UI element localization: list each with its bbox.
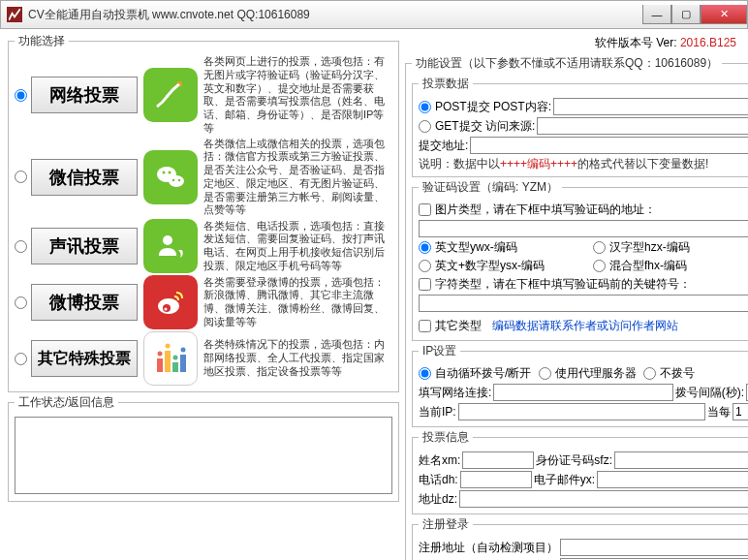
email-input[interactable] (597, 471, 748, 488)
vote-info-group: 投票信息 姓名xm:身份证号码sfz: 电话dh:电子邮件yx: 地址dz: (412, 429, 748, 514)
svg-point-4 (172, 179, 174, 181)
post-input[interactable] (553, 98, 748, 115)
svg-point-5 (178, 179, 180, 181)
svg-point-15 (166, 344, 171, 349)
captcha-legend: 验证码设置（编码: YZM） (419, 179, 562, 196)
web-vote-desc: 各类网页上进行的投票，选项包括：有无图片或字符验证码（验证码分汉字、英文和数字）… (203, 55, 392, 136)
settings-panel: 功能设置（以下参数不懂或不适用请联系QQ：10616089） 投票数据 POST… (405, 55, 748, 560)
radio-hzx[interactable] (593, 241, 606, 254)
weibo-vote-desc: 各类需要登录微博的投票，选项包括：新浪微博、腾讯微博、其它非主流微博、微博关注、… (203, 276, 392, 329)
reg-legend: 注册登录 (419, 516, 473, 533)
reg-group: 注册登录 注册地址（自动检测项目） 登录地址（自动检测项目） (412, 516, 748, 560)
conn-input[interactable] (493, 384, 672, 401)
data-note: 说明：数据中以++++编码++++的格式代替以下变量数据! (419, 156, 748, 172)
addr-label: 地址dz: (419, 491, 457, 508)
version-row: 软件版本号 Ver: 2016.B125 (405, 33, 736, 55)
every-input[interactable] (732, 403, 748, 420)
chk-char-captcha[interactable] (419, 278, 431, 291)
captcha-group: 验证码设置（编码: YZM） 图片类型，请在下框中填写验证码的地址： 英文型yw… (412, 179, 748, 341)
wechat-vote-desc: 各类微信上或微信相关的投票，选项包括：微信官方投票或第三方验证投票、是否关注公众… (203, 138, 392, 218)
vote-info-legend: 投票信息 (419, 429, 473, 446)
svg-rect-11 (165, 351, 171, 372)
radio-nodial[interactable] (643, 367, 656, 380)
get-input[interactable] (537, 117, 748, 135)
btn-weibo-vote[interactable]: 微博投票 (31, 284, 138, 321)
name-input[interactable] (462, 451, 534, 469)
close-button[interactable]: ✕ (701, 5, 747, 24)
svg-point-2 (163, 171, 166, 173)
ip-legend: IP设置 (419, 343, 460, 359)
weibo-icon (143, 275, 198, 329)
regaddr-input[interactable] (560, 539, 748, 556)
fhx-label: 混合型fhx-编码 (609, 258, 748, 274)
other-vote-desc: 各类特殊情况下的投票，选项包括：内部网络投票、全人工代投票、指定国家地区投票、指… (203, 338, 392, 378)
curip-input[interactable] (458, 403, 705, 420)
svg-rect-12 (172, 362, 178, 372)
btn-web-vote[interactable]: 网络投票 (31, 77, 138, 113)
svg-point-3 (169, 171, 171, 173)
svg-rect-13 (180, 355, 186, 372)
conn-label: 填写网络连接: (419, 385, 491, 401)
ip-group: IP设置 自动循环拨号/断开 使用代理服务器 不拨号 填写网络连接:拨号间隔(秒… (412, 343, 748, 427)
curip-label: 当前IP: (419, 404, 456, 420)
status-panel: 工作状态/返回信息 (8, 394, 399, 502)
ysx-label: 英文+数字型ysx-编码 (435, 258, 591, 274)
btn-voice-vote[interactable]: 声讯投票 (31, 228, 138, 264)
tel-label: 电话dh: (419, 472, 458, 488)
svg-point-16 (173, 356, 178, 360)
other-icon (143, 331, 198, 386)
every-label: 当每 (707, 404, 731, 420)
other-captcha-label: 其它类型 (435, 318, 482, 334)
addr-input[interactable] (459, 490, 748, 508)
id-input[interactable] (614, 451, 748, 469)
post-label: POST提交 POST内容: (435, 99, 551, 115)
svg-point-1 (169, 175, 184, 187)
voice-vote-desc: 各类短信、电话投票，选项包括：直接发送短信、需要回复验证码、按打声讯电话、在网页… (203, 220, 392, 273)
radio-get[interactable] (419, 120, 431, 133)
name-label: 姓名xm: (419, 452, 460, 469)
submit-addr-label: 提交地址: (419, 138, 468, 154)
nodial-label: 不拨号 (660, 365, 695, 382)
radio-weibo-vote[interactable] (15, 296, 27, 309)
radio-ywx[interactable] (419, 241, 431, 254)
chk-other-captcha[interactable] (419, 320, 431, 332)
svg-point-9 (165, 308, 168, 311)
wechat-icon (143, 150, 198, 204)
radio-post[interactable] (419, 101, 431, 113)
chk-img-captcha[interactable] (419, 203, 431, 216)
settings-legend: 功能设置（以下参数不懂或不适用请联系QQ：10616089） (412, 55, 722, 72)
radio-web-vote[interactable] (15, 89, 27, 102)
ywx-label: 英文型ywx-编码 (435, 239, 591, 256)
id-label: 身份证号码sfz: (536, 452, 612, 469)
dial-label: 拨号间隔(秒): (675, 385, 744, 401)
img-captcha-label: 图片类型，请在下框中填写验证码的地址： (435, 202, 656, 218)
regaddr-label: 注册地址（自动检测项目） (419, 540, 558, 556)
radio-ysx[interactable] (419, 260, 431, 272)
svg-point-14 (158, 352, 163, 357)
captcha-key-input[interactable] (419, 295, 748, 312)
app-icon (7, 7, 22, 22)
submit-addr-input[interactable] (470, 137, 748, 154)
voice-icon (143, 219, 198, 273)
radio-fhx[interactable] (593, 260, 606, 272)
radio-autodial[interactable] (419, 367, 431, 380)
radio-proxy[interactable] (539, 367, 551, 380)
status-textarea[interactable] (15, 417, 392, 494)
radio-voice-vote[interactable] (15, 240, 27, 253)
radio-wechat-vote[interactable] (15, 171, 27, 183)
maximize-button[interactable]: ▢ (671, 5, 701, 24)
svg-rect-10 (157, 358, 163, 372)
window-title: CV全能通用自动投票机 www.cnvote.net QQ:10616089 (28, 7, 642, 23)
btn-other-vote[interactable]: 其它特殊投票 (31, 340, 138, 377)
proxy-label: 使用代理服务器 (555, 365, 637, 382)
vote-data-group: 投票数据 POST提交 POST内容: GET提交 访问来源: 提交地址: 说明… (412, 76, 748, 177)
version-label: 软件版本号 Ver: (595, 36, 680, 49)
tel-input[interactable] (460, 471, 532, 488)
radio-other-vote[interactable] (15, 353, 27, 365)
btn-wechat-vote[interactable]: 微信投票 (31, 159, 138, 196)
captcha-url-input[interactable] (419, 220, 748, 237)
minimize-button[interactable]: — (642, 5, 671, 24)
email-label: 电子邮件yx: (534, 472, 595, 488)
autodial-label: 自动循环拨号/断开 (435, 365, 531, 382)
other-captcha-note[interactable]: 编码数据请联系作者或访问作者网站 (492, 318, 678, 334)
